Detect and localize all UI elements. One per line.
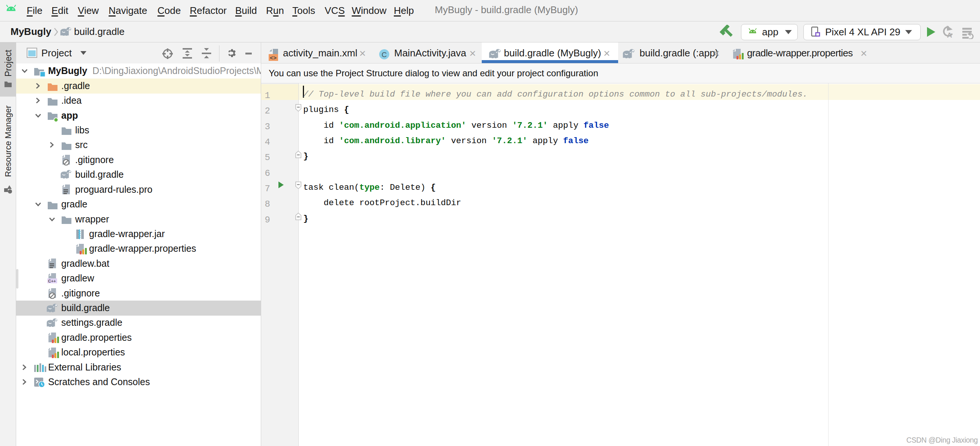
svg-text:<>: <> xyxy=(270,55,277,61)
svg-text:A: A xyxy=(947,31,952,39)
svg-text:C: C xyxy=(382,51,387,59)
